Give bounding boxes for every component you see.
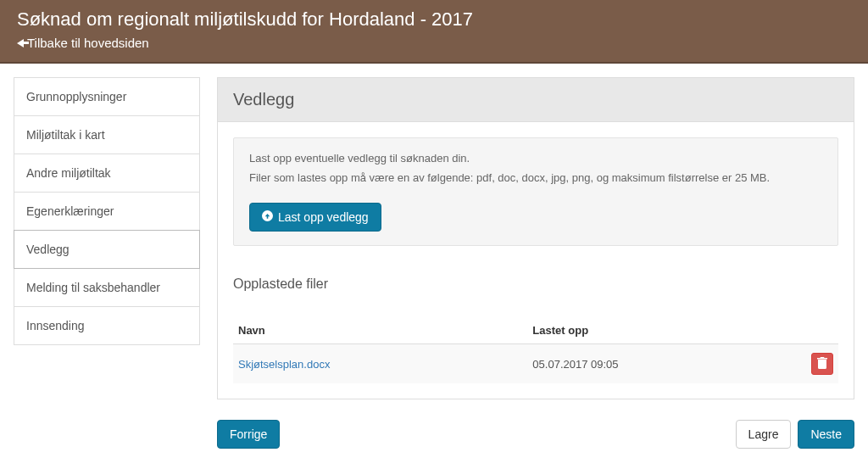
previous-button[interactable]: Forrige (217, 420, 280, 449)
upload-button-label: Last opp vedlegg (278, 210, 369, 224)
save-button[interactable]: Lagre (736, 420, 792, 449)
sidebar-item-andre-miljotiltak[interactable]: Andre miljøtiltak (14, 154, 200, 193)
table-row: Skjøtselsplan.docx 05.07.2017 09:05 (233, 344, 838, 384)
file-link[interactable]: Skjøtselsplan.docx (238, 358, 330, 371)
back-link[interactable]: Tilbake til hovedsiden (17, 36, 149, 50)
sidebar-item-egenerklaeringer[interactable]: Egenerklæringer (14, 192, 200, 231)
panel-title: Vedlegg (233, 90, 838, 109)
col-name: Navn (233, 317, 527, 344)
sidebar-item-vedlegg[interactable]: Vedlegg (14, 230, 200, 269)
upload-icon (262, 210, 273, 224)
delete-file-button[interactable] (811, 353, 833, 375)
col-uploaded: Lastet opp (527, 317, 804, 344)
panel-heading: Vedlegg (218, 78, 854, 122)
page-title: Søknad om regionalt miljøtilskudd for Ho… (17, 8, 851, 31)
page-header: Søknad om regionalt miljøtilskudd for Ho… (0, 0, 868, 64)
vedlegg-panel: Vedlegg Last opp eventuelle vedlegg til … (217, 77, 854, 399)
sidebar-item-grunnopplysninger[interactable]: Grunnopplysninger (14, 77, 200, 116)
sidebar-item-miljotiltak-i-kart[interactable]: Miljøtiltak i kart (14, 115, 200, 154)
arrow-left-icon (17, 39, 24, 47)
instructions-line-1: Last opp eventuelle vedlegg til søknaden… (249, 152, 822, 165)
instructions-box: Last opp eventuelle vedlegg til søknaden… (233, 137, 838, 246)
uploaded-heading: Opplastede filer (233, 276, 838, 292)
next-button[interactable]: Neste (798, 420, 854, 449)
instructions-line-2: Filer som lastes opp må være en av følge… (249, 171, 822, 184)
trash-icon (817, 357, 827, 371)
uploaded-files-table: Navn Lastet opp Skjøtselsplan.docx 05.07… (233, 317, 838, 383)
file-uploaded-date: 05.07.2017 09:05 (527, 344, 804, 384)
back-link-label: Tilbake til hovedsiden (27, 36, 149, 50)
sidebar-item-melding[interactable]: Melding til saksbehandler (14, 268, 200, 307)
sidebar-nav: Grunnopplysninger Miljøtiltak i kart And… (14, 77, 200, 459)
footer-buttons: Forrige Lagre Neste (217, 416, 854, 459)
upload-button[interactable]: Last opp vedlegg (249, 203, 381, 232)
sidebar-item-innsending[interactable]: Innsending (14, 306, 200, 345)
